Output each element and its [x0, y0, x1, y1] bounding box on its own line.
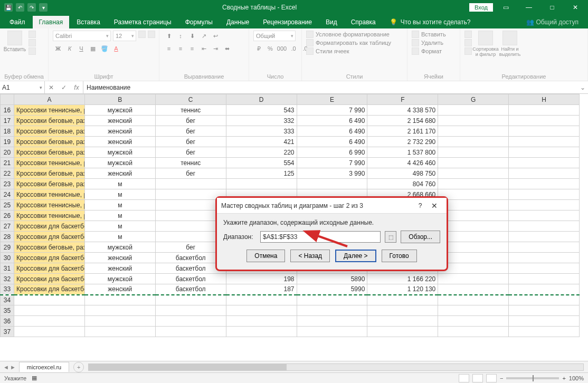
cell[interactable] — [226, 295, 297, 305]
row-header[interactable]: 28 — [1, 232, 14, 242]
col-header[interactable]: F — [367, 94, 438, 105]
indent-inc-icon[interactable]: ⇥ — [210, 43, 221, 54]
cell[interactable]: 6 490 — [297, 137, 367, 147]
cell[interactable] — [509, 327, 580, 337]
cell[interactable]: 543 — [226, 105, 297, 116]
cell[interactable] — [14, 305, 85, 316]
cell[interactable]: м — [84, 210, 155, 221]
cell[interactable] — [509, 168, 580, 179]
cell[interactable]: 5990 — [297, 284, 367, 295]
merge-icon[interactable]: ⬌ — [222, 43, 232, 54]
cell[interactable] — [509, 274, 580, 284]
col-header[interactable]: H — [509, 94, 580, 105]
cell[interactable]: женский — [84, 284, 155, 295]
cell[interactable] — [509, 242, 580, 253]
cell[interactable]: Кроссовки для баскетбола, размер 36 — [14, 284, 85, 295]
cell[interactable] — [297, 316, 367, 327]
range-input[interactable]: $A$1:$F$33 — [260, 231, 381, 243]
cell[interactable] — [438, 189, 509, 200]
cell[interactable]: женский — [84, 253, 155, 263]
cell[interactable]: бег — [155, 137, 226, 147]
cell[interactable]: 4 338 570 — [367, 105, 438, 116]
tab-file[interactable]: Файл — [3, 16, 32, 28]
underline-button[interactable]: Ч — [76, 43, 87, 54]
cell[interactable] — [438, 210, 509, 221]
cell[interactable]: Кроссовки для баскетбола, размер 38 — [14, 263, 85, 274]
cell-styles-button[interactable]: Стили ячеек — [306, 47, 391, 55]
cell[interactable]: 6 490 — [297, 126, 367, 137]
redo-icon[interactable]: ↷ — [27, 3, 36, 12]
find-select-button[interactable]: Найти и выделить — [499, 31, 520, 57]
dec-decimal-icon[interactable]: .0 — [300, 43, 310, 54]
row-header[interactable]: 18 — [1, 126, 14, 137]
select-all-corner[interactable] — [1, 94, 14, 105]
cell[interactable]: м — [84, 232, 155, 242]
number-format-combo[interactable]: Общий — [253, 31, 296, 41]
tab-help[interactable]: Справка — [345, 16, 382, 28]
bold-button[interactable]: Ж — [53, 43, 63, 54]
cell[interactable] — [438, 284, 509, 295]
row-header[interactable]: 34 — [1, 295, 14, 305]
cell[interactable]: м — [84, 221, 155, 232]
row-header[interactable]: 37 — [1, 327, 14, 337]
tab-insert[interactable]: Вставка — [70, 16, 107, 28]
row-header[interactable]: 21 — [1, 158, 14, 168]
cell[interactable]: Кроссовки для баскетбола, размер 37 — [14, 253, 85, 263]
cell[interactable] — [438, 179, 509, 189]
cell[interactable] — [509, 284, 580, 295]
cell[interactable] — [297, 327, 367, 337]
formula-input[interactable]: Наименование — [83, 81, 577, 93]
cell[interactable] — [509, 189, 580, 200]
font-family-combo[interactable]: Calibri — [53, 31, 111, 41]
cell[interactable] — [84, 295, 155, 305]
format-cells-button[interactable]: Формат — [412, 47, 446, 55]
align-left-icon[interactable]: ≡ — [164, 43, 174, 54]
row-header[interactable]: 25 — [1, 200, 14, 210]
cell[interactable] — [438, 253, 509, 263]
cell[interactable] — [438, 305, 509, 316]
cell[interactable] — [438, 147, 509, 158]
qat-more-icon[interactable]: ▾ — [39, 3, 48, 12]
sheet-tab[interactable]: microexcel.ru — [19, 362, 69, 372]
cell[interactable] — [297, 179, 367, 189]
row-header[interactable]: 36 — [1, 316, 14, 327]
cell[interactable]: Кроссовки теннисные, размер 39 — [14, 158, 85, 168]
row-header[interactable]: 23 — [1, 179, 14, 189]
cell[interactable]: Кроссовки беговые, размер 38 — [14, 137, 85, 147]
cut-icon[interactable] — [29, 31, 36, 38]
inc-decimal-icon[interactable]: .0 — [288, 43, 299, 54]
grow-font-icon[interactable] — [138, 31, 146, 38]
row-header[interactable]: 27 — [1, 221, 14, 232]
row-header[interactable]: 29 — [1, 242, 14, 253]
cell[interactable] — [438, 221, 509, 232]
italic-button[interactable]: К — [64, 43, 75, 54]
cell[interactable]: Кроссовки беговые, размер 35 — [14, 168, 85, 179]
comma-icon[interactable]: 000 — [277, 43, 287, 54]
cell[interactable] — [509, 305, 580, 316]
cell[interactable] — [509, 253, 580, 263]
sheet-nav-next-icon[interactable]: ► — [10, 364, 16, 370]
cell[interactable]: 3 990 — [297, 168, 367, 179]
cell[interactable] — [438, 263, 509, 274]
cell[interactable] — [438, 200, 509, 210]
cell[interactable] — [14, 327, 85, 337]
ribbon-options-icon[interactable]: ▭ — [495, 0, 516, 15]
page-break-view-icon[interactable] — [486, 374, 497, 382]
col-header[interactable]: C — [155, 94, 226, 105]
row-header[interactable]: 17 — [1, 116, 14, 126]
insert-function-icon[interactable]: fx — [70, 84, 83, 91]
cell[interactable]: мужской — [84, 105, 155, 116]
cell[interactable] — [438, 295, 509, 305]
cell[interactable] — [509, 263, 580, 274]
cell[interactable] — [297, 305, 367, 316]
cell[interactable]: Кроссовки для баскетбола, размер 42 — [14, 232, 85, 242]
fill-icon[interactable] — [464, 39, 472, 46]
currency-icon[interactable]: ₽ — [253, 43, 264, 54]
cell[interactable] — [367, 316, 438, 327]
cell[interactable]: 333 — [226, 126, 297, 137]
cell[interactable]: 5890 — [297, 274, 367, 284]
normal-view-icon[interactable] — [459, 374, 469, 382]
maximize-icon[interactable]: □ — [542, 0, 563, 15]
cell[interactable] — [438, 105, 509, 116]
cell[interactable]: 554 — [226, 158, 297, 168]
